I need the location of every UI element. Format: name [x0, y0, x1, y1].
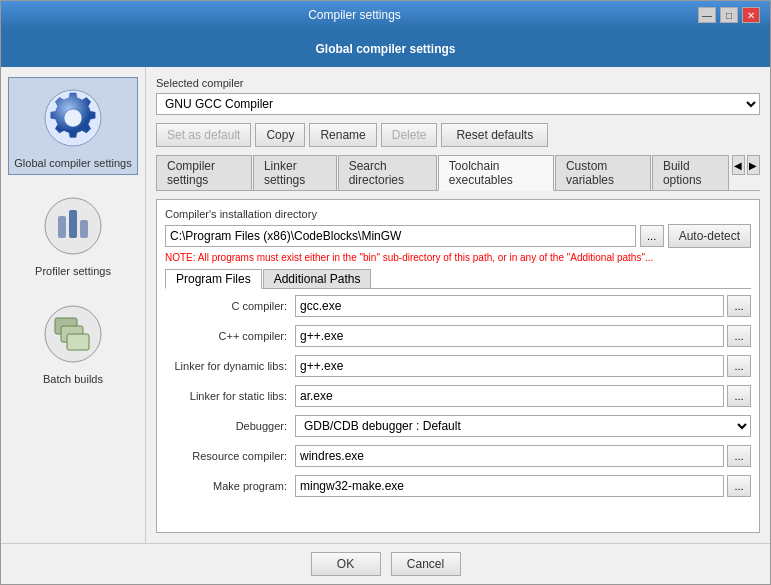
batch-svg-icon [43, 304, 103, 364]
compiler-row: GNU GCC Compiler [156, 93, 760, 115]
form-row-cpp-compiler: C++ compiler: ... [165, 325, 751, 347]
c-compiler-browse-btn[interactable]: ... [727, 295, 751, 317]
c-compiler-label: C compiler: [165, 300, 295, 312]
svg-rect-9 [67, 334, 89, 350]
global-compiler-icon [38, 83, 108, 153]
reset-button[interactable]: Reset defaults [441, 123, 548, 147]
dir-row: ... Auto-detect [165, 224, 751, 248]
inner-tab-program-files[interactable]: Program Files [165, 269, 262, 289]
delete-button[interactable]: Delete [381, 123, 438, 147]
minimize-button[interactable]: — [698, 7, 716, 23]
svg-rect-5 [80, 220, 88, 238]
maximize-button[interactable]: □ [720, 7, 738, 23]
linker-dynamic-input[interactable] [295, 355, 724, 377]
inner-panel: Compiler's installation directory ... Au… [156, 199, 760, 533]
make-program-input[interactable] [295, 475, 724, 497]
form-row-linker-static: Linker for static libs: ... [165, 385, 751, 407]
form-row-debugger: Debugger: GDB/CDB debugger : Default [165, 415, 751, 437]
sidebar-item-global-compiler[interactable]: Global compiler settings [8, 77, 138, 175]
dialog-header: Global compiler settings [1, 29, 770, 67]
set-default-button[interactable]: Set as default [156, 123, 251, 147]
resource-compiler-label: Resource compiler: [165, 450, 295, 462]
resource-compiler-input-row: ... [295, 445, 751, 467]
sidebar-label-profiler: Profiler settings [35, 265, 111, 277]
window-controls: — □ ✕ [698, 7, 760, 23]
svg-point-1 [64, 109, 82, 127]
main-tabs: Compiler settings Linker settings Search… [156, 155, 760, 191]
cpp-compiler-input[interactable] [295, 325, 724, 347]
profiler-icon [38, 191, 108, 261]
profiler-svg-icon [43, 196, 103, 256]
cpp-compiler-browse-btn[interactable]: ... [727, 325, 751, 347]
debugger-label: Debugger: [165, 420, 295, 432]
tab-prev-button[interactable]: ◀ [732, 155, 745, 175]
sidebar-label-global-compiler: Global compiler settings [14, 157, 131, 169]
tab-compiler-settings[interactable]: Compiler settings [156, 155, 252, 190]
copy-button[interactable]: Copy [255, 123, 305, 147]
tab-next-button[interactable]: ▶ [747, 155, 760, 175]
form-row-resource-compiler: Resource compiler: ... [165, 445, 751, 467]
compiler-btn-row: Set as default Copy Rename Delete Reset … [156, 123, 760, 147]
form-row-make-program: Make program: ... [165, 475, 751, 497]
install-dir-label: Compiler's installation directory [165, 208, 751, 220]
debugger-input-row: GDB/CDB debugger : Default [295, 415, 751, 437]
svg-rect-4 [69, 210, 77, 238]
content-area: Global compiler settings Profiler settin… [1, 67, 770, 543]
tab-search-directories[interactable]: Search directories [338, 155, 437, 190]
debugger-select[interactable]: GDB/CDB debugger : Default [295, 415, 751, 437]
resource-compiler-browse-btn[interactable]: ... [727, 445, 751, 467]
main-panel: Selected compiler GNU GCC Compiler Set a… [146, 67, 770, 543]
compiler-section-label: Selected compiler [156, 77, 760, 89]
footer: OK Cancel [1, 543, 770, 584]
inner-tab-additional-paths[interactable]: Additional Paths [263, 269, 372, 288]
sidebar-item-profiler[interactable]: Profiler settings [8, 185, 138, 283]
tab-build-options[interactable]: Build options [652, 155, 729, 190]
tab-linker-settings[interactable]: Linker settings [253, 155, 337, 190]
gear-svg-icon [43, 88, 103, 148]
batch-icon [38, 299, 108, 369]
autodetect-button[interactable]: Auto-detect [668, 224, 751, 248]
ok-button[interactable]: OK [311, 552, 381, 576]
cpp-compiler-input-row: ... [295, 325, 751, 347]
cpp-compiler-label: C++ compiler: [165, 330, 295, 342]
sidebar-item-batch[interactable]: Batch builds [8, 293, 138, 391]
title-bar: Compiler settings — □ ✕ [1, 1, 770, 29]
make-program-browse-btn[interactable]: ... [727, 475, 751, 497]
linker-static-input[interactable] [295, 385, 724, 407]
form-row-linker-dynamic: Linker for dynamic libs: ... [165, 355, 751, 377]
main-window: Compiler settings — □ ✕ Global compiler … [0, 0, 771, 585]
make-program-input-row: ... [295, 475, 751, 497]
compiler-select[interactable]: GNU GCC Compiler [156, 93, 760, 115]
form-row-c-compiler: C compiler: ... [165, 295, 751, 317]
header-title: Global compiler settings [315, 42, 455, 56]
make-program-label: Make program: [165, 480, 295, 492]
resource-compiler-input[interactable] [295, 445, 724, 467]
install-dir-note: NOTE: All programs must exist either in … [165, 252, 751, 263]
svg-rect-3 [58, 216, 66, 238]
linker-dynamic-label: Linker for dynamic libs: [165, 360, 295, 372]
c-compiler-input[interactable] [295, 295, 724, 317]
close-button[interactable]: ✕ [742, 7, 760, 23]
linker-static-input-row: ... [295, 385, 751, 407]
linker-static-label: Linker for static libs: [165, 390, 295, 402]
linker-dynamic-browse-btn[interactable]: ... [727, 355, 751, 377]
linker-static-browse-btn[interactable]: ... [727, 385, 751, 407]
inner-tabs: Program Files Additional Paths [165, 269, 751, 289]
sidebar: Global compiler settings Profiler settin… [1, 67, 146, 543]
install-dir-input[interactable] [165, 225, 636, 247]
sidebar-label-batch: Batch builds [43, 373, 103, 385]
tab-custom-variables[interactable]: Custom variables [555, 155, 651, 190]
program-files-form: C compiler: ... C++ compiler: ... [165, 295, 751, 524]
linker-dynamic-input-row: ... [295, 355, 751, 377]
dir-browse-button[interactable]: ... [640, 225, 664, 247]
window-title: Compiler settings [11, 8, 698, 22]
c-compiler-input-row: ... [295, 295, 751, 317]
cancel-button[interactable]: Cancel [391, 552, 461, 576]
tab-toolchain-executables[interactable]: Toolchain executables [438, 155, 554, 191]
rename-button[interactable]: Rename [309, 123, 376, 147]
